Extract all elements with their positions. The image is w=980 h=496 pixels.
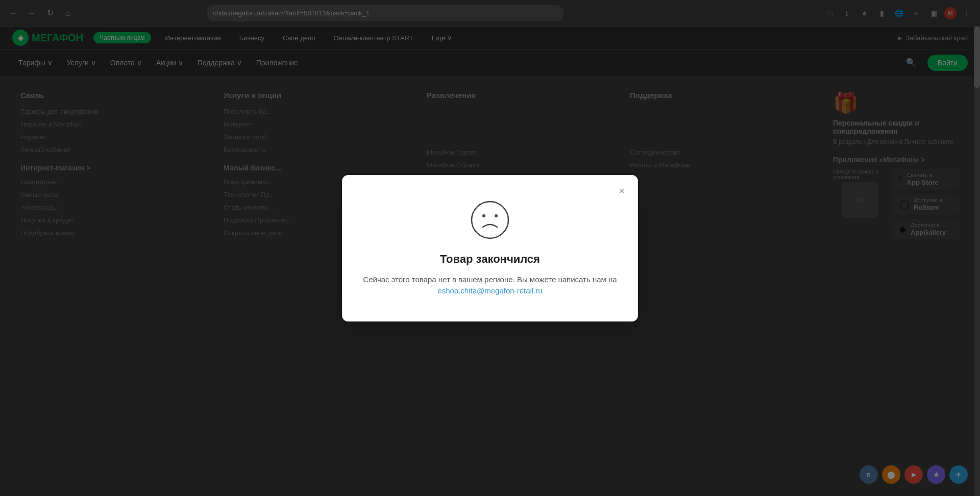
modal-email-link[interactable]: eshop.chita@megafon-retail.ru <box>437 286 542 295</box>
svg-point-0 <box>472 202 508 238</box>
modal-close-button[interactable]: × <box>614 183 630 200</box>
svg-point-1 <box>482 214 485 217</box>
modal-overlay[interactable]: × Товар закончился Сейчас этого товара н… <box>0 0 980 496</box>
svg-point-2 <box>495 214 498 217</box>
sad-face-icon <box>470 200 510 240</box>
modal-text: Сейчас этого товара нет в вашем регионе.… <box>362 274 618 297</box>
modal-dialog: × Товар закончился Сейчас этого товара н… <box>342 175 638 321</box>
modal-title: Товар закончился <box>362 253 618 266</box>
